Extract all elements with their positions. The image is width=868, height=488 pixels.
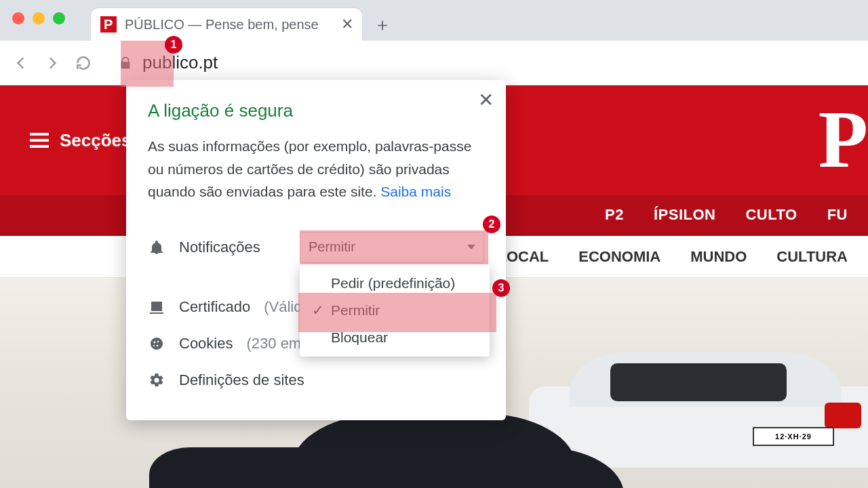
bell-icon: [148, 239, 165, 256]
svg-rect-3: [153, 306, 161, 308]
popup-close-button[interactable]: ✕: [478, 91, 494, 110]
browser-tabbar: P PÚBLICO — Pense bem, pense ✕ ＋: [0, 0, 868, 41]
window-minimize-button[interactable]: [33, 12, 45, 24]
section-link[interactable]: CULTURA: [776, 248, 848, 266]
subnav-link[interactable]: CULTO: [745, 206, 797, 224]
notifications-label: Notificações: [179, 239, 260, 256]
window-maximize-button[interactable]: [53, 12, 65, 24]
annotation-badge-1: 1: [165, 36, 182, 54]
window-close-button[interactable]: [12, 12, 24, 24]
site-settings-label: Definições de sites: [179, 371, 304, 389]
annotation-badge-3: 3: [492, 279, 510, 297]
svg-point-6: [157, 341, 159, 342]
svg-point-5: [154, 341, 156, 343]
tab-close-icon[interactable]: ✕: [342, 19, 353, 30]
new-tab-button[interactable]: ＋: [369, 11, 396, 38]
connection-secure-title: A ligação é segura: [148, 100, 484, 121]
annotation-highlight-3: [298, 293, 496, 332]
site-settings-row[interactable]: Definições de sites: [148, 362, 484, 399]
svg-point-4: [151, 338, 163, 350]
section-link[interactable]: MUNDO: [690, 248, 747, 266]
subnav-link[interactable]: ÍPSILON: [654, 206, 716, 224]
cookies-label: Cookies: [179, 335, 233, 352]
annotation-badge-2: 2: [483, 216, 500, 233]
svg-text:P: P: [104, 17, 113, 32]
subnav-link[interactable]: FU: [827, 206, 848, 224]
svg-rect-2: [153, 304, 156, 305]
svg-point-8: [153, 345, 155, 346]
subnav-link[interactable]: P2: [605, 206, 624, 224]
browser-tab[interactable]: P PÚBLICO — Pense bem, pense ✕: [91, 8, 362, 41]
certificate-label: Certificado: [179, 298, 250, 316]
hamburger-icon: [30, 133, 49, 148]
cookie-icon: [148, 336, 165, 352]
sections-menu-button[interactable]: Secções: [30, 130, 132, 151]
section-link[interactable]: ECONOMIA: [578, 248, 660, 266]
learn-more-link[interactable]: Saiba mais: [380, 184, 451, 199]
svg-point-7: [157, 344, 159, 346]
tab-title: PÚBLICO — Pense bem, pense: [125, 17, 334, 33]
annotation-highlight-2: [300, 230, 488, 264]
forward-button[interactable]: [43, 54, 61, 72]
gear-icon: [148, 372, 165, 388]
publico-favicon-icon: P: [100, 16, 117, 33]
certificate-icon: [148, 299, 165, 315]
reload-button[interactable]: [75, 54, 92, 72]
sections-label: Secções: [60, 130, 132, 151]
publico-logo[interactable]: P: [818, 99, 868, 180]
window-controls: [12, 12, 65, 24]
back-button[interactable]: [12, 54, 30, 72]
connection-secure-description: As suas informações (por exemplo, palavr…: [148, 135, 484, 203]
